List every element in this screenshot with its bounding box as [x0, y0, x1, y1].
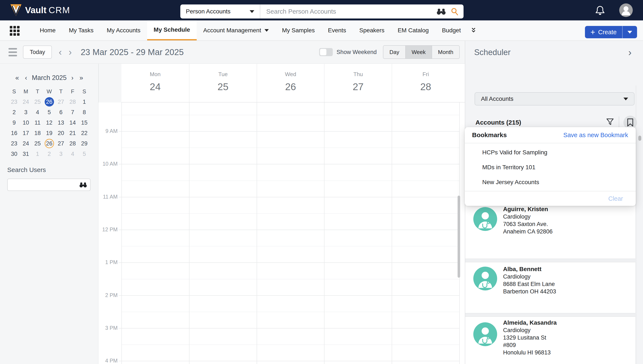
- account-card[interactable]: Alba, BennettCardiology8688 East Elm Lan…: [465, 262, 635, 314]
- vault-crm-logo[interactable]: Vault CRM: [10, 4, 70, 16]
- mini-cal-date[interactable]: 23: [8, 97, 20, 106]
- mini-cal-date[interactable]: 18: [32, 128, 44, 138]
- mini-cal-date[interactable]: 21: [67, 128, 78, 138]
- mini-cal-date[interactable]: 14: [67, 118, 78, 127]
- next-week-button[interactable]: ›: [69, 48, 72, 57]
- mini-cal-date[interactable]: 24: [20, 97, 32, 106]
- nav-item-my-samples[interactable]: My Samples: [275, 20, 321, 40]
- filter-icon[interactable]: [606, 118, 614, 127]
- account-specialty: Cardiology: [503, 326, 557, 334]
- search-users-input[interactable]: [8, 179, 90, 190]
- mini-cal-date-label: 3: [21, 108, 30, 117]
- mini-cal-date[interactable]: 24: [20, 139, 32, 148]
- mini-cal-date[interactable]: 27: [55, 97, 67, 106]
- mini-cal-date[interactable]: 1: [32, 149, 44, 158]
- global-search-input[interactable]: [260, 4, 436, 18]
- mini-cal-date[interactable]: 9: [8, 118, 20, 127]
- mini-cal-date[interactable]: 31: [20, 149, 32, 158]
- next-month-button[interactable]: ›: [68, 74, 76, 82]
- view-month-button[interactable]: Month: [432, 46, 459, 58]
- mini-cal-date[interactable]: 28: [67, 97, 78, 106]
- bookmark-item[interactable]: MDs in Territory 101: [465, 160, 636, 175]
- mini-cal-date[interactable]: 17: [20, 128, 32, 138]
- save-as-new-bookmark-link[interactable]: Save as new Bookmark: [563, 132, 628, 139]
- clear-bookmark-button[interactable]: Clear: [608, 195, 623, 202]
- view-day-button[interactable]: Day: [384, 46, 405, 58]
- app-launcher-icon[interactable]: [10, 26, 20, 36]
- collapse-panel-chevron-icon[interactable]: ›: [628, 46, 632, 58]
- calendar-grid[interactable]: 9 AM10 AM11 AM12 PM1 PM2 PM3 PM4 PM: [98, 102, 465, 364]
- mini-cal-date[interactable]: 20: [55, 128, 67, 138]
- scheduler-tabs: [465, 64, 643, 86]
- binoculars-icon[interactable]: [79, 182, 87, 189]
- binoculars-icon[interactable]: [436, 8, 446, 15]
- mini-cal-date-label: 17: [21, 128, 30, 138]
- mini-cal-date[interactable]: 4: [32, 108, 44, 117]
- mini-cal-date[interactable]: 3: [55, 149, 67, 158]
- next-year-button[interactable]: »: [76, 74, 86, 82]
- mini-cal-date[interactable]: 6: [55, 108, 67, 117]
- mini-cal-date[interactable]: 27: [55, 139, 67, 148]
- nav-item-events[interactable]: Events: [321, 20, 353, 40]
- mini-cal-date[interactable]: 7: [67, 108, 78, 117]
- nav-item-my-accounts[interactable]: My Accounts: [100, 20, 147, 40]
- mini-cal-date[interactable]: 8: [78, 108, 90, 117]
- bookmark-item[interactable]: New Jersey Accounts: [465, 175, 636, 190]
- panel-scrollbar-thumb[interactable]: [638, 136, 641, 141]
- mini-cal-date[interactable]: 29: [78, 139, 90, 148]
- mini-cal-date[interactable]: 12: [44, 118, 55, 127]
- prev-week-button[interactable]: ‹: [59, 48, 62, 57]
- mini-cal-date[interactable]: 3: [20, 108, 32, 117]
- mini-cal-date[interactable]: 16: [8, 128, 20, 138]
- mini-cal-date[interactable]: 19: [44, 128, 55, 138]
- mini-cal-date[interactable]: 28: [67, 139, 78, 148]
- show-weekend-toggle[interactable]: [319, 48, 333, 56]
- nav-item-home[interactable]: Home: [33, 20, 62, 40]
- day-column-header-thu[interactable]: Thu27: [324, 64, 392, 102]
- nav-item-account-management[interactable]: Account Management: [197, 20, 275, 40]
- nav-overflow-chevrons-icon[interactable]: [470, 20, 477, 40]
- prev-month-button[interactable]: ‹: [22, 74, 30, 82]
- menu-icon[interactable]: [8, 48, 17, 56]
- calendar-scrollbar-thumb[interactable]: [458, 196, 460, 278]
- mini-cal-date[interactable]: 22: [78, 128, 90, 138]
- mini-cal-date[interactable]: 11: [32, 118, 44, 127]
- mini-cal-date[interactable]: 23: [8, 139, 20, 148]
- search-scope-select[interactable]: Person Accounts: [180, 4, 260, 18]
- mini-cal-date[interactable]: 1: [78, 97, 90, 106]
- search-icon[interactable]: [450, 7, 459, 16]
- account-filter-select[interactable]: All Accounts: [474, 92, 634, 106]
- mini-cal-date[interactable]: 2: [44, 149, 55, 158]
- create-button[interactable]: + Create: [585, 26, 622, 38]
- account-card[interactable]: Aguirre, KristenCardiology7063 Saxton Av…: [465, 198, 635, 259]
- notifications-bell-icon[interactable]: [595, 5, 605, 16]
- mini-cal-date[interactable]: 15: [78, 118, 90, 127]
- create-dropdown-button[interactable]: [622, 26, 637, 38]
- nav-item-speakers[interactable]: Speakers: [353, 20, 391, 40]
- nav-item-budget[interactable]: Budget: [435, 20, 467, 40]
- bookmark-item[interactable]: HCPs Valid for Sampling: [465, 145, 636, 160]
- mini-cal-date[interactable]: 2: [8, 108, 20, 117]
- account-card[interactable]: Almeida, KasandraCardiology1329 Lusitana…: [465, 316, 635, 364]
- view-week-button[interactable]: Week: [405, 46, 432, 58]
- mini-cal-date[interactable]: 26: [44, 97, 55, 106]
- mini-cal-date[interactable]: 10: [20, 118, 32, 127]
- mini-cal-date[interactable]: 4: [67, 149, 78, 158]
- prev-year-button[interactable]: «: [12, 74, 22, 82]
- day-column-header-fri[interactable]: Fri28: [392, 64, 459, 102]
- nav-item-my-schedule[interactable]: My Schedule: [147, 20, 197, 40]
- mini-cal-date[interactable]: 13: [55, 118, 67, 127]
- today-button[interactable]: Today: [23, 46, 52, 59]
- mini-cal-date[interactable]: 26: [44, 139, 55, 148]
- day-column-header-tue[interactable]: Tue25: [189, 64, 257, 102]
- day-column-header-wed[interactable]: Wed26: [257, 64, 324, 102]
- nav-item-em-catalog[interactable]: EM Catalog: [391, 20, 435, 40]
- day-column-header-mon[interactable]: Mon24: [122, 64, 189, 102]
- mini-cal-date[interactable]: 5: [78, 149, 90, 158]
- nav-item-my-tasks[interactable]: My Tasks: [62, 20, 100, 40]
- mini-cal-date[interactable]: 25: [32, 139, 44, 148]
- mini-cal-date[interactable]: 25: [32, 97, 44, 106]
- mini-cal-date[interactable]: 30: [8, 149, 20, 158]
- mini-cal-date[interactable]: 5: [44, 108, 55, 117]
- user-avatar[interactable]: [619, 4, 633, 17]
